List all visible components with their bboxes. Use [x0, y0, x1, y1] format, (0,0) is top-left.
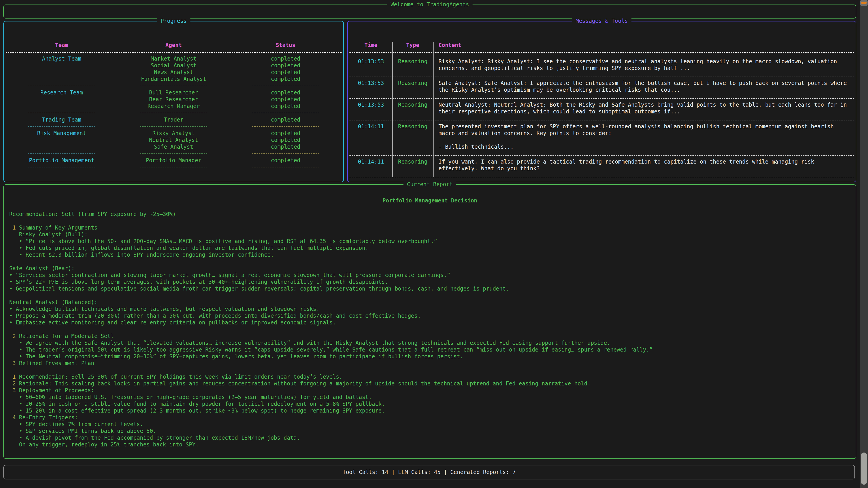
current-report-panel: Current Report Portfolio Management Deci…	[3, 184, 856, 459]
agent-name: Neutral Analyst	[118, 137, 229, 143]
report-line: • Geopolitical tensions and speculative …	[9, 285, 850, 292]
message-content: Neutral Analyst: Neutral Analyst: Both t…	[433, 101, 854, 115]
list-number: 4	[12, 414, 16, 421]
report-line: • Propose a moderate trim (20–30%) rathe…	[9, 313, 850, 319]
message-row: 01:13:53ReasoningNeutral Analyst: Neutra…	[349, 99, 854, 121]
spacer	[349, 53, 854, 55]
team-divider	[28, 126, 95, 127]
message-row: 01:14:11ReasoningThe presented investmen…	[349, 121, 854, 156]
progress-group-row: Portfolio ManagementPortfolio Managercom…	[6, 157, 342, 164]
welcome-title: Welcome to TradingAgents	[387, 1, 473, 8]
vertical-scrollbar-track[interactable]	[860, 0, 868, 488]
agent-name: Bear Researcher	[118, 96, 229, 103]
agent-name: Social Analyst	[118, 62, 229, 69]
message-time: 01:14:11	[349, 123, 393, 150]
status-badge: completed	[230, 130, 342, 137]
progress-table-header: Team Agent Status	[6, 42, 342, 48]
message-row: 01:13:53ReasoningRisky Analyst: Risky An…	[349, 55, 854, 77]
status-badge: completed	[230, 103, 342, 109]
agent-name: Market Analyst	[118, 55, 229, 62]
progress-table: Team Agent Status Analyst TeamMarket Ana…	[6, 42, 342, 170]
report-line: 1 Recommendation: Sell 25–30% of current…	[9, 373, 850, 380]
report-line: • SPY’s 22× P/E is above long-term avera…	[9, 279, 850, 285]
progress-group-row: Analyst TeamMarket AnalystSocial Analyst…	[6, 55, 342, 83]
report-line: • “Services sector contraction and slowi…	[9, 272, 850, 279]
vertical-scrollbar-thumb[interactable]	[861, 453, 867, 485]
report-line: 2 Rationale: This scaling back locks in …	[9, 380, 850, 387]
status-badge: completed	[230, 157, 342, 164]
group-divider-row	[6, 83, 342, 89]
messages-title: Messages & Tools	[572, 18, 631, 24]
report-line: 3 Refined Investment Plan	[9, 360, 850, 367]
agent-cell: Bull ResearcherBear ResearcherResearch M…	[118, 89, 229, 109]
team-cell: Portfolio Management	[6, 157, 118, 164]
agent-name: Bull Researcher	[118, 89, 229, 96]
status-cell: completedcompletedcompleted	[230, 89, 342, 109]
blank-line	[9, 218, 850, 224]
report-line: • Fed cuts priced in, global disinflatio…	[9, 245, 850, 252]
agent-divider	[140, 167, 207, 167]
team-divider	[28, 153, 95, 154]
message-row: 01:13:53ReasoningSafe Analyst: Safe Anal…	[349, 77, 854, 99]
report-line: On any trigger, redeploy in 25% tranches…	[9, 441, 850, 448]
list-number: 2	[12, 381, 16, 387]
column-separator	[393, 42, 393, 177]
report-line: • Acknowledge bullish technicals and mac…	[9, 306, 850, 313]
blank-line	[9, 204, 850, 211]
report-line: 4 Re-Entry Triggers:	[9, 414, 850, 421]
progress-group-row: Risk ManagementRisky AnalystNeutral Anal…	[6, 130, 342, 150]
report-line: • 50–60% into laddered U.S. Treasuries o…	[9, 394, 850, 400]
report-title: Current Report	[403, 181, 456, 188]
status-divider	[252, 167, 319, 167]
column-header-agent: Agent	[118, 42, 229, 48]
report-line: Neutral Analyst (Balanced):	[9, 299, 850, 306]
progress-group-row: Research TeamBull ResearcherBear Researc…	[6, 89, 342, 109]
agent-divider	[140, 126, 207, 127]
message-time: 01:13:53	[349, 58, 393, 72]
agent-name: Portfolio Manager	[118, 157, 229, 164]
column-header-time: Time	[349, 42, 393, 48]
agent-divider	[140, 113, 207, 113]
agent-name: News Analyst	[118, 69, 229, 76]
status-badge: completed	[230, 89, 342, 96]
status-bar: Tool Calls: 14 | LLM Calls: 45 | Generat…	[4, 465, 855, 479]
agent-name: Fundamentals Analyst	[118, 76, 229, 83]
message-time: 01:14:11	[349, 158, 393, 172]
report-heading: Portfolio Management Decision	[9, 197, 850, 204]
progress-title: Progress	[157, 18, 190, 24]
agent-divider	[140, 86, 207, 86]
status-divider	[252, 126, 319, 127]
report-line: 1 Summary of Key Arguments	[9, 224, 850, 231]
team-cell: Analyst Team	[6, 55, 118, 83]
welcome-panel: Welcome to TradingAgents	[3, 4, 856, 19]
report-line: • We agree with the Safe Analyst that “e…	[9, 339, 850, 346]
status-cell: completedcompletedcompleted	[230, 130, 342, 150]
message-content: The presented investment plan for SPY of…	[433, 123, 854, 150]
team-name: Risk Management	[6, 130, 118, 137]
messages-panel: Messages & Tools Time Type Content 01:13…	[347, 21, 856, 182]
agent-name: Risky Analyst	[118, 130, 229, 137]
column-separator	[433, 42, 434, 177]
column-header-team: Team	[6, 42, 118, 48]
agent-name: Research Manager	[118, 103, 229, 109]
status-cell: completed	[230, 116, 342, 123]
message-time: 01:13:53	[349, 80, 393, 93]
column-header-status: Status	[230, 42, 342, 48]
status-badge: completed	[230, 62, 342, 69]
report-line: Safe Analyst (Bear):	[9, 265, 850, 272]
status-badge: completed	[230, 137, 342, 143]
team-divider	[28, 86, 95, 86]
agent-divider	[140, 153, 207, 154]
team-name: Research Team	[6, 89, 118, 96]
status-badge: completed	[230, 143, 342, 150]
footer-panel: Tool Calls: 14 | LLM Calls: 45 | Generat…	[3, 465, 855, 480]
message-type: Reasoning	[393, 80, 433, 93]
team-name: Analyst Team	[6, 55, 118, 62]
report-line: • The trader’s original 50% cut is likel…	[9, 346, 850, 353]
message-type: Reasoning	[393, 123, 433, 150]
message-content: If you want, I can also provide a tactic…	[433, 158, 854, 172]
report-line: Risky Analyst (Bull):	[9, 231, 850, 238]
messages-table: Time Type Content 01:13:53ReasoningRisky…	[349, 42, 854, 177]
list-number: 2	[12, 333, 16, 339]
report-line: • 20–25% in cash or a stable-value fund …	[9, 400, 850, 408]
